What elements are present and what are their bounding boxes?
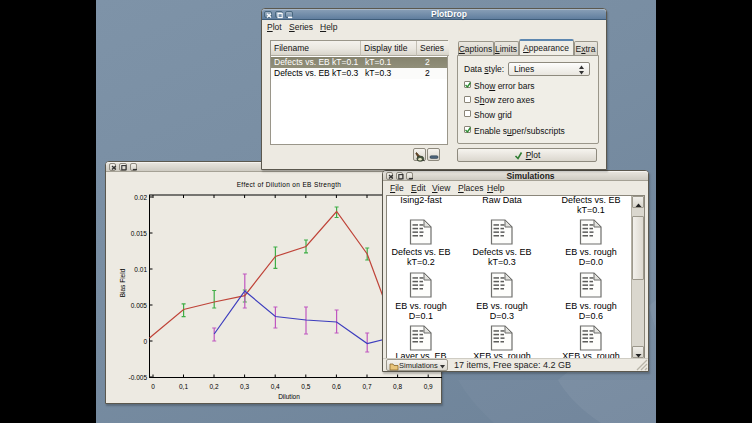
svg-text:Bias Field: Bias Field — [119, 268, 126, 297]
svg-text:0: 0 — [151, 383, 155, 390]
svg-text:0,4: 0,4 — [271, 383, 280, 390]
svg-text:0.02: 0.02 — [134, 194, 147, 201]
svg-text:0,9: 0,9 — [424, 383, 433, 390]
svg-text:0,5: 0,5 — [301, 383, 310, 390]
svg-text:Effect of Dilution on EB Stren: Effect of Dilution on EB Strength — [237, 181, 342, 189]
svg-text:Dilution: Dilution — [278, 393, 300, 400]
svg-text:0: 0 — [143, 338, 147, 345]
svg-text:-0.005: -0.005 — [129, 374, 148, 381]
svg-text:0,8: 0,8 — [393, 383, 402, 390]
svg-text:0,2: 0,2 — [209, 383, 218, 390]
svg-text:0,3: 0,3 — [240, 383, 249, 390]
svg-text:0.01: 0.01 — [134, 266, 147, 273]
svg-text:0,7: 0,7 — [362, 383, 371, 390]
svg-text:0,6: 0,6 — [332, 383, 341, 390]
svg-text:0.015: 0.015 — [131, 230, 148, 237]
svg-text:0,1: 0,1 — [179, 383, 188, 390]
svg-text:0.005: 0.005 — [131, 302, 148, 309]
